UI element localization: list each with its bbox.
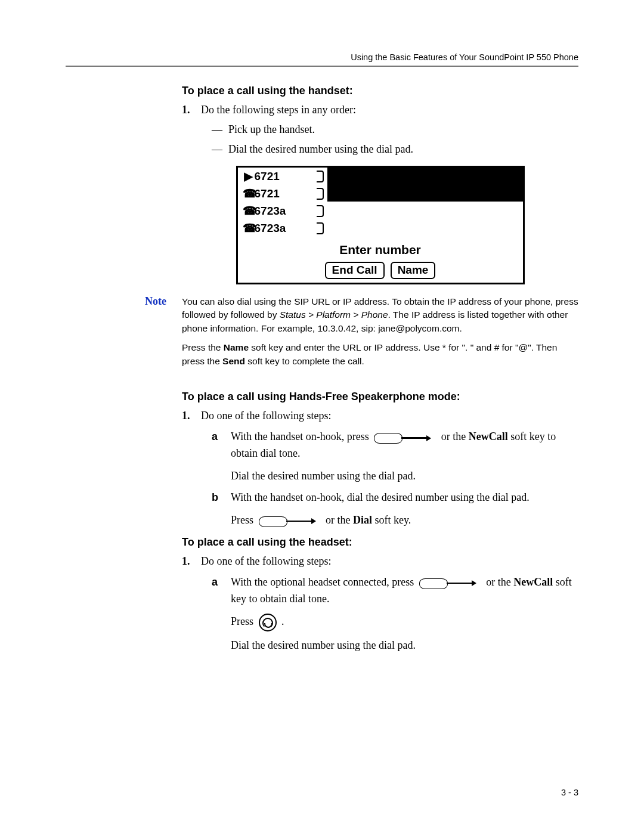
phone-icon: ☎ <box>243 187 253 200</box>
softkey-end-call: End Call <box>325 262 385 279</box>
step-text: Do one of the following steps: <box>201 410 331 422</box>
note-bold: Name <box>224 342 249 352</box>
page-number: 3 - 3 <box>561 788 578 797</box>
step-number: 1. <box>182 102 190 118</box>
substep-para: Press or the Dial soft key. <box>231 512 578 529</box>
note-text: soft key to complete the call. <box>245 356 364 366</box>
list-item: Dial the desired number using the dial p… <box>212 141 578 157</box>
phone-screen-figure: ◀ 6721 ☎ 6721 ☎ 6723a ☎ <box>236 166 525 284</box>
list-item: 1. Do one of the following steps: a With… <box>182 408 578 528</box>
line-key-icon <box>419 577 481 590</box>
note-text: Press the <box>182 342 224 352</box>
substep-para: Dial the desired number using the dial p… <box>231 637 578 654</box>
substep-text: With the optional headset connected, pre… <box>231 576 417 588</box>
note-bold: Send <box>222 356 245 366</box>
substep-para: Press . <box>231 614 578 631</box>
substep-letter: a <box>212 429 218 445</box>
substep-text: . <box>281 615 284 627</box>
speaker-icon: ◀ <box>243 169 253 183</box>
line-key-icon <box>374 431 436 444</box>
lcd-line-label: 6723a <box>255 205 286 218</box>
list-item: a With the handset on-hook, press or the… <box>212 429 578 485</box>
substep-text: soft key. <box>372 514 411 526</box>
substep-text: Press <box>231 514 256 526</box>
lcd-line-label: 6723a <box>255 222 286 235</box>
lcd-line: ◀ 6721 <box>238 168 327 185</box>
lcd-line: ☎ 6721 <box>238 185 327 202</box>
note-block: Note You can also dial using the SIP URL… <box>66 295 578 374</box>
softkey-name-bold: Dial <box>353 514 372 526</box>
section-headset-title: To place a call using the headset: <box>182 536 578 549</box>
substep-letter: b <box>212 490 218 506</box>
lcd-line: ☎ 6723a <box>238 202 327 219</box>
list-item: a With the optional headset connected, p… <box>212 574 578 654</box>
list-item: Pick up the handset. <box>212 122 578 138</box>
lcd-tab-icon <box>317 222 324 234</box>
list-item: 1. Do the following steps in any order: … <box>182 102 578 157</box>
list-item: b With the handset on-hook, dial the des… <box>212 490 578 529</box>
phone-icon: ☎ <box>243 221 253 235</box>
softkey-name-bold: NewCall <box>469 431 508 442</box>
softkey-name: Name <box>391 262 436 279</box>
headset-button-icon <box>259 614 277 631</box>
lcd-tab-icon <box>317 171 324 182</box>
line-key-icon <box>259 515 321 528</box>
note-body: You can also dial using the SIP URL or I… <box>182 295 578 374</box>
lcd-prompt: Enter number <box>238 237 523 261</box>
substep-para: Dial the desired number using the dial p… <box>231 468 578 485</box>
step-text: Do one of the following steps: <box>201 555 331 567</box>
substep-text: or the <box>441 431 469 442</box>
substep-text: With the handset on-hook, press <box>231 431 371 442</box>
substep-text: With the handset on-hook, dial the desir… <box>231 491 530 503</box>
lcd-tab-icon <box>317 205 324 217</box>
lcd-line-label: 6721 <box>255 170 280 183</box>
phone-icon: ☎ <box>243 204 253 218</box>
header-rule <box>66 66 578 67</box>
step-number: 1. <box>182 553 190 569</box>
list-item: 1. Do one of the following steps: a With… <box>182 553 578 654</box>
section-handset-title: To place a call using the handset: <box>182 85 578 97</box>
running-header: Using the Basic Features of Your SoundPo… <box>66 52 578 62</box>
softkey-name-bold: NewCall <box>513 576 553 588</box>
lcd-line: ☎ 6723a <box>238 219 327 237</box>
lcd-line-label: 6721 <box>255 187 280 200</box>
substep-text: or the <box>326 514 353 526</box>
note-menu-path: Status > Platform > Phone <box>280 309 388 320</box>
step-number: 1. <box>182 408 190 424</box>
substep-text: Press <box>231 615 256 627</box>
lcd-tab-icon <box>317 188 324 200</box>
substep-text: or the <box>486 576 513 588</box>
substep-letter: a <box>212 574 218 591</box>
step-text: Do the following steps in any order: <box>201 104 356 116</box>
section-speakerphone-title: To place a call using Hands-Free Speaker… <box>182 391 578 403</box>
note-label: Note <box>66 295 182 374</box>
lcd-inverse-area <box>327 168 523 202</box>
